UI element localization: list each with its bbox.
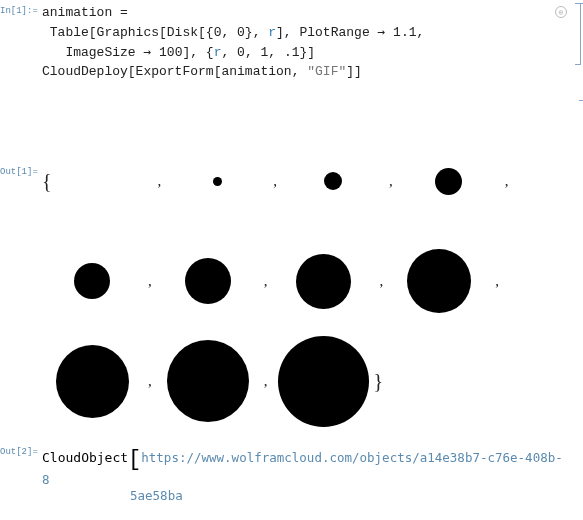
disk-icon bbox=[278, 336, 369, 427]
output-cell-2: CloudObject[https://www.wolframcloud.com… bbox=[42, 445, 583, 503]
disk-icon bbox=[185, 258, 231, 304]
comma-sep: , bbox=[489, 274, 505, 289]
disk-graphic bbox=[52, 131, 152, 231]
cloudobject-head: CloudObject bbox=[42, 450, 128, 465]
open-bracket: [ bbox=[128, 447, 141, 472]
disk-graphic bbox=[158, 331, 258, 431]
comma-sep: , bbox=[152, 174, 168, 189]
disk-icon bbox=[213, 177, 222, 186]
close-brace: } bbox=[374, 371, 384, 391]
disk-graphic bbox=[399, 131, 499, 231]
comma-sep: , bbox=[142, 374, 158, 389]
code-text: ImageSize bbox=[42, 45, 143, 60]
comma-sep: , bbox=[258, 374, 274, 389]
code-text: , 0, 1, .1}] bbox=[221, 45, 315, 60]
code-text: 1.1, bbox=[385, 25, 424, 40]
comma-sep: , bbox=[267, 174, 283, 189]
comma-sep: , bbox=[258, 274, 274, 289]
disk-icon bbox=[167, 340, 249, 422]
code-text: animation = bbox=[42, 5, 128, 20]
disk-graphic bbox=[42, 231, 142, 331]
disk-graphic bbox=[167, 131, 267, 231]
disk-graphic bbox=[283, 131, 383, 231]
disk-icon bbox=[324, 172, 342, 190]
var-r: r bbox=[268, 25, 276, 40]
disk-icon bbox=[407, 249, 471, 313]
disk-graphic bbox=[274, 331, 374, 431]
cell-bracket-group[interactable] bbox=[579, 3, 583, 101]
cloud-link-cont[interactable]: 5ae58ba bbox=[130, 488, 569, 503]
in-label: In[1]:= bbox=[0, 2, 42, 16]
gear-icon[interactable]: ⊕ bbox=[555, 6, 567, 18]
out1-label: Out[1]= bbox=[0, 129, 42, 177]
disk-graphic bbox=[389, 231, 489, 331]
disk-icon bbox=[435, 168, 462, 195]
disk-icon bbox=[74, 263, 110, 299]
output-cell-1: {,,,,,,,,,,} bbox=[42, 129, 583, 431]
comma-sep: , bbox=[499, 174, 515, 189]
comma-sep: , bbox=[374, 274, 390, 289]
disk-graphic bbox=[158, 231, 258, 331]
code-text: 100], { bbox=[151, 45, 213, 60]
input-cell[interactable]: animation = Table[Graphics[Disk[{0, 0}, … bbox=[42, 2, 583, 81]
code-text: Table[Graphics[Disk[{0, 0}, bbox=[42, 25, 268, 40]
code-text: ], PlotRange bbox=[276, 25, 377, 40]
disk-icon bbox=[296, 254, 351, 309]
code-text: CloudDeploy[ExportForm[animation, bbox=[42, 64, 307, 79]
out2-label: Out[2]= bbox=[0, 445, 42, 457]
code-text: ]] bbox=[346, 64, 362, 79]
comma-sep: , bbox=[142, 274, 158, 289]
string-literal: "GIF" bbox=[307, 64, 346, 79]
comma-sep: , bbox=[383, 174, 399, 189]
disk-graphic bbox=[274, 231, 374, 331]
disk-graphic bbox=[42, 331, 142, 431]
open-brace: { bbox=[42, 171, 52, 191]
disk-icon bbox=[56, 345, 129, 418]
